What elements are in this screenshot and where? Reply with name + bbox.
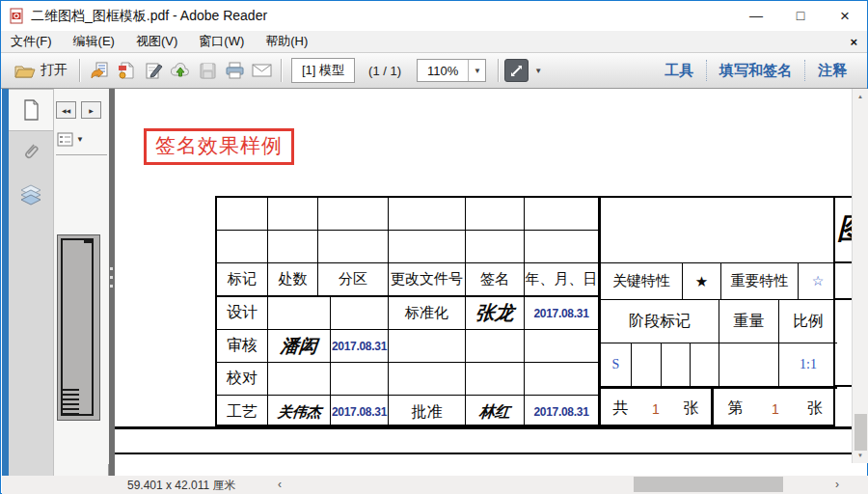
drawing-frame-line — [115, 453, 852, 454]
comment-pane-button[interactable]: 注释 — [805, 62, 859, 80]
date-text: 2017.08.31 — [533, 307, 588, 320]
table-cell — [525, 198, 599, 231]
maximize-button[interactable]: □ — [778, 1, 823, 31]
row-design-date — [331, 297, 389, 330]
main-toolbar: 打开 [1] 模型 (1 / 1) 110% ▼ — [1, 53, 867, 89]
horizontal-scroll-thumb[interactable] — [634, 477, 783, 492]
table-cell — [525, 231, 599, 263]
open-button[interactable]: 打开 — [9, 59, 73, 82]
scroll-up-arrow[interactable]: ▲ — [853, 89, 868, 104]
sheet-number-cell: 第 1 张 — [712, 387, 837, 428]
menu-file[interactable]: 文件(F) — [11, 33, 52, 50]
menu-window[interactable]: 窗口(W) — [199, 33, 244, 50]
row-standardization-date: 2017.08.31 — [525, 297, 599, 330]
table-cell — [466, 231, 525, 263]
table-cell — [318, 231, 389, 263]
signature-text: 林红 — [478, 402, 511, 423]
close-document-icon[interactable]: × — [850, 35, 857, 49]
scale-label: 比例 — [779, 300, 837, 343]
menu-bar: 文件(F) 编辑(E) 视图(V) 窗口(W) 帮助(H) × — [1, 31, 867, 53]
minimize-button[interactable]: — — [734, 1, 778, 31]
table-cell — [632, 343, 662, 387]
cloud-upload-icon[interactable] — [167, 58, 194, 83]
zoom-dropdown-arrow[interactable]: ▼ — [468, 60, 485, 81]
attachments-tab[interactable] — [9, 131, 53, 174]
sheet-number-value: 1 — [772, 401, 779, 417]
model-view-button[interactable]: [1] 模型 — [291, 58, 355, 83]
signature-sample-stamp: 签名效果样例 — [144, 128, 294, 165]
create-pdf-icon[interactable] — [113, 58, 140, 83]
document-page: 签名效果样例 标记 处数 分区 更改文件号 签名 年、月、日 设计 — [115, 89, 852, 476]
row-craft-signature: 关伟杰 — [268, 396, 331, 428]
table-cell — [662, 343, 691, 387]
open-button-label: 打开 — [41, 62, 68, 79]
table-cell — [217, 231, 268, 263]
row-check-signature: 潘闳 — [268, 330, 331, 363]
title-area-cell — [599, 198, 837, 263]
menu-view[interactable]: 视图(V) — [136, 33, 177, 50]
fit-dropdown-arrow[interactable]: ▼ — [534, 67, 542, 75]
next-page-button[interactable]: ▶ — [81, 101, 101, 119]
table-line-segment — [835, 385, 852, 387]
table-line-segment — [835, 196, 852, 198]
table-cell — [217, 198, 268, 231]
table-cell — [389, 330, 466, 363]
row-approve-signature: 林红 — [466, 396, 525, 428]
table-cell — [268, 231, 318, 263]
zoom-level-select[interactable]: 110% ▼ — [417, 59, 486, 82]
fill-sign-pane-button[interactable]: 填写和签名 — [707, 62, 804, 80]
scale-value: 1:1 — [779, 343, 837, 387]
row-design-label: 设计 — [217, 297, 268, 330]
scroll-down-arrow[interactable]: ▼ — [853, 448, 868, 463]
date-text: 2017.08.31 — [332, 340, 387, 353]
status-bar: 59.401 x 42.011 厘米 ‹ › — [2, 476, 868, 494]
signature-text: 潘闳 — [280, 334, 319, 359]
export-pdf-icon[interactable] — [86, 58, 113, 83]
page-thumbnails-panel: ◀◀ ▶ ▼ ‹ › — [54, 89, 109, 480]
resize-arrows-icon — [509, 64, 524, 78]
menu-help[interactable]: 帮助(H) — [265, 33, 308, 50]
vertical-scroll-thumb[interactable] — [854, 414, 867, 451]
email-icon[interactable] — [248, 58, 275, 83]
date-text: 2017.08.31 — [533, 405, 588, 419]
vertical-scrollbar[interactable]: ▲ ▼ — [852, 89, 868, 463]
first-page-button[interactable]: ◀◀ — [56, 101, 76, 119]
sheets-total-suffix: 张 — [684, 398, 699, 419]
menu-edit[interactable]: 编辑(E) — [73, 33, 115, 50]
header-mark: 标记 — [217, 263, 268, 297]
stage-mark-label: 阶段标记 — [599, 300, 719, 343]
page-dimensions-label: 59.401 x 42.011 厘米 — [127, 478, 236, 494]
zoom-value: 110% — [418, 64, 468, 78]
splitter-grip — [110, 267, 113, 292]
close-button[interactable]: × — [823, 1, 867, 31]
row-check-label: 审核 — [217, 330, 268, 363]
layers-icon — [19, 184, 42, 206]
thumbnail-options-button[interactable]: ▼ — [57, 132, 109, 147]
signature-text: 关伟杰 — [277, 403, 322, 422]
hscroll-right-arrow[interactable]: › — [835, 478, 839, 491]
window-title: 二维图档_图框模板.pdf - Adobe Reader — [31, 8, 267, 25]
drawing-frame-line — [115, 426, 852, 429]
toolbar-separator — [79, 59, 80, 82]
sign-document-icon[interactable] — [140, 58, 167, 83]
sheet-number-prefix: 第 — [728, 398, 744, 419]
layers-tab[interactable] — [9, 174, 53, 216]
sheet-number-suffix: 张 — [807, 398, 823, 419]
hscroll-left-arrow[interactable]: ‹ — [278, 478, 282, 491]
title-bar: 二维图档_图框模板.pdf - Adobe Reader — □ × — [1, 1, 867, 31]
table-line-segment — [835, 261, 852, 263]
thumbnail-titleblock — [63, 389, 79, 414]
row-standardization-label: 标准化 — [389, 297, 466, 330]
fit-page-button[interactable] — [504, 59, 529, 82]
tools-pane-button[interactable]: 工具 — [652, 62, 706, 80]
page-1-thumbnail[interactable] — [57, 234, 100, 421]
table-cell — [691, 343, 719, 387]
toolbar-separator — [498, 59, 499, 82]
print-icon[interactable] — [221, 58, 248, 83]
stage-value: S — [599, 343, 632, 387]
save-icon[interactable] — [194, 58, 221, 83]
clipped-drawing-text: 图 — [837, 209, 852, 242]
page-thumbnails-tab[interactable] — [9, 89, 53, 131]
table-cell — [525, 330, 599, 363]
row-standardization-signature: 张龙 — [466, 297, 525, 330]
